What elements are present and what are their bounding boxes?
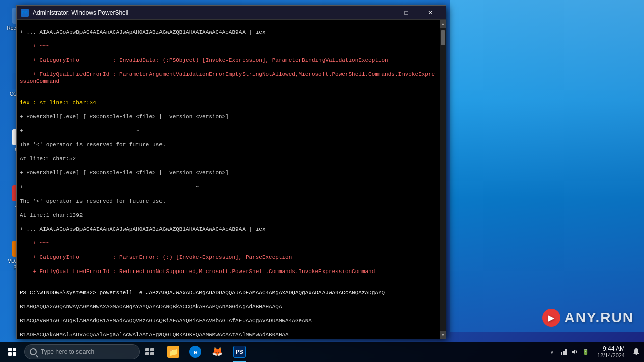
powershell-taskbar-icon: PS xyxy=(233,346,246,358)
scrollbar[interactable]: ▲ ▼ xyxy=(440,20,446,339)
clock-date: 12/14/2024 xyxy=(597,352,625,358)
anyrun-watermark: ▶ ANY.RUN xyxy=(542,309,634,327)
terminal-output[interactable]: + ... AIAAtAGoAbwBpAG4AIAAnACAJwApAH0AIA… xyxy=(17,20,440,339)
edge-icon: e xyxy=(189,346,201,358)
desktop: ▶ ANY.RUN 🗑️ Recycle Bin CC CCleaner G G… xyxy=(0,0,644,362)
system-clock[interactable]: 9:44 AM 12/14/2024 xyxy=(593,342,629,362)
clock-time: 9:44 AM xyxy=(603,345,625,352)
maximize-button[interactable]: □ xyxy=(394,6,418,20)
svg-rect-6 xyxy=(565,349,567,355)
taskbar-app-firefox[interactable]: 🦊 xyxy=(206,342,228,362)
svg-rect-1 xyxy=(150,348,154,351)
task-view-icon xyxy=(145,348,154,355)
scrollbar-track[interactable] xyxy=(440,28,446,331)
desktop-wallpaper-right xyxy=(450,0,644,332)
network-icon[interactable] xyxy=(558,342,569,362)
scroll-down-button[interactable]: ▼ xyxy=(440,331,446,339)
taskbar: Type here to search 📁 e 🦊 xyxy=(0,342,644,362)
anyrun-logo-icon: ▶ xyxy=(542,309,560,327)
task-view-button[interactable] xyxy=(140,342,160,362)
terminal-content: + ... AIAAtAGoAbwBpAG4AIAAnACAJwApAH0AIA… xyxy=(17,20,446,339)
window-controls: ─ □ ✕ xyxy=(370,6,442,20)
svg-marker-7 xyxy=(572,349,575,354)
ps-window-icon: PS xyxy=(21,9,29,17)
volume-icon[interactable] xyxy=(570,342,580,362)
window-title: Administrator: Windows PowerShell xyxy=(33,9,366,16)
minimize-button[interactable]: ─ xyxy=(370,6,393,20)
close-button[interactable]: ✕ xyxy=(419,6,442,20)
anyrun-text: ANY.RUN xyxy=(565,310,634,326)
systray-chevron[interactable]: ∧ xyxy=(547,342,557,362)
start-button[interactable] xyxy=(0,342,24,362)
scrollbar-thumb[interactable] xyxy=(441,30,445,45)
taskbar-search[interactable]: Type here to search xyxy=(24,344,140,359)
windows-logo-icon xyxy=(8,348,16,356)
taskbar-app-explorer[interactable]: 📁 xyxy=(162,342,184,362)
svg-rect-2 xyxy=(145,352,149,355)
taskbar-app-powershell[interactable]: PS xyxy=(228,342,251,362)
explorer-icon: 📁 xyxy=(167,346,179,358)
taskbar-apps: 📁 e 🦊 PS xyxy=(162,342,251,362)
svg-rect-3 xyxy=(150,352,154,355)
search-icon xyxy=(30,348,37,355)
systray: ∧ 🔋 xyxy=(545,342,593,362)
svg-rect-5 xyxy=(563,351,565,355)
taskbar-app-edge[interactable]: e xyxy=(184,342,206,362)
titlebar: PS Administrator: Windows PowerShell ─ □… xyxy=(17,6,446,20)
svg-rect-0 xyxy=(145,348,149,351)
scroll-up-button[interactable]: ▲ xyxy=(440,20,446,28)
search-placeholder-text: Type here to search xyxy=(41,348,94,355)
svg-rect-8 xyxy=(636,354,637,355)
battery-icon[interactable]: 🔋 xyxy=(581,342,591,362)
svg-rect-4 xyxy=(561,352,562,355)
notification-icon xyxy=(632,348,640,356)
notification-button[interactable] xyxy=(629,342,644,362)
powershell-window: PS Administrator: Windows PowerShell ─ □… xyxy=(16,5,446,339)
firefox-icon: 🦊 xyxy=(211,346,223,358)
